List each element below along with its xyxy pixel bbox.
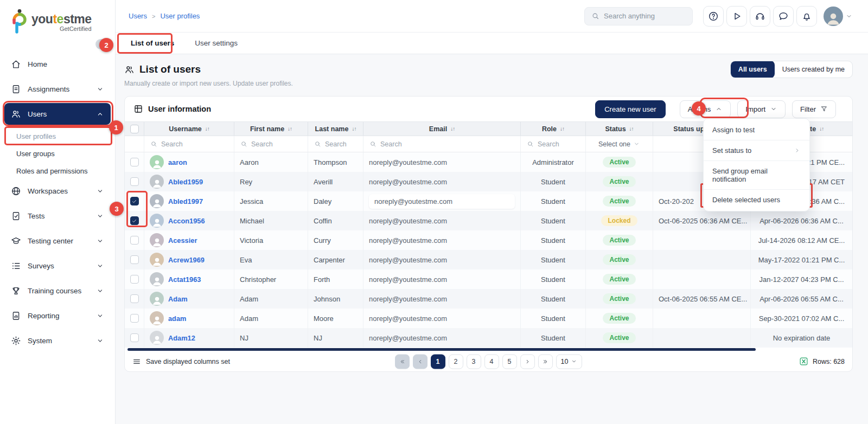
filter-button[interactable]: Filter: [792, 100, 836, 118]
row-checkbox[interactable]: [130, 314, 139, 323]
tab-user-settings[interactable]: User settings: [195, 39, 238, 47]
horizontal-scrollbar-thumb[interactable]: [127, 348, 756, 351]
row-checkbox[interactable]: [130, 333, 139, 342]
username-link[interactable]: Acrew1969: [168, 256, 205, 264]
username-cell: Actat1963: [144, 269, 234, 289]
column-header-first_name[interactable]: First name↓↑: [234, 122, 308, 136]
sidebar-item-system[interactable]: System: [4, 330, 111, 351]
sidebar-item-testing-center[interactable]: Testing center: [4, 230, 111, 252]
next-page-button[interactable]: [520, 354, 535, 369]
chat-button[interactable]: [773, 6, 794, 27]
notifications-button[interactable]: [796, 6, 817, 27]
filter-last_name-input[interactable]: [325, 140, 357, 148]
username-link[interactable]: aaron: [168, 158, 187, 166]
dropdown-item-send-group-email-notification[interactable]: Send group email notification: [704, 160, 809, 189]
dropdown-item-label: Delete selected users: [712, 196, 780, 204]
filter-first_name: [234, 136, 308, 152]
first-page-button[interactable]: [395, 354, 410, 369]
row-checkbox[interactable]: [130, 275, 139, 284]
email-cell: noreply@youtestme.com: [363, 309, 521, 328]
column-label: Username: [169, 125, 201, 133]
username-link[interactable]: Abled1959: [168, 178, 203, 186]
last-page-button[interactable]: [538, 354, 553, 369]
column-header-status[interactable]: Status↓↑: [586, 122, 653, 136]
username-link[interactable]: Accon1956: [168, 217, 205, 225]
filter-status-label: Select one: [598, 140, 630, 148]
profile-menu[interactable]: [824, 7, 853, 26]
page-button-1[interactable]: 1: [431, 354, 445, 369]
sidebar-item-users[interactable]: Users: [4, 103, 111, 125]
sidebar-subitem-user-groups[interactable]: User groups: [4, 145, 111, 162]
sidebar-item-surveys[interactable]: Surveys: [4, 255, 111, 277]
previous-page-button[interactable]: [413, 354, 427, 369]
row-checkbox[interactable]: [130, 158, 139, 166]
actions-dropdown-menu: Assign to testSet status toSend group em…: [703, 118, 810, 211]
sidebar-item-training-courses[interactable]: Training courses: [4, 280, 111, 301]
sidebar-item-tests[interactable]: Tests: [4, 205, 111, 227]
page-button-4[interactable]: 4: [484, 354, 499, 369]
filter-email-input[interactable]: [380, 140, 514, 148]
scope-option-all-users[interactable]: All users: [731, 61, 775, 78]
create-new-user-button[interactable]: Create new user: [595, 100, 665, 118]
breadcrumb-users[interactable]: Users: [129, 12, 147, 20]
page-button-2[interactable]: 2: [449, 354, 463, 369]
row-checkbox[interactable]: [130, 236, 139, 245]
save-columns-button[interactable]: Save displayed columns set: [132, 357, 230, 366]
username-link[interactable]: adam: [168, 314, 186, 323]
card-title: User information: [133, 104, 211, 114]
column-header-last_name[interactable]: Last name↓↑: [308, 122, 363, 136]
email-cell: noreply@youtestme.com: [363, 152, 521, 172]
username-link[interactable]: Abled1997: [168, 197, 203, 205]
status-cell: Locked: [586, 211, 653, 230]
filter-first_name-input[interactable]: [251, 140, 302, 148]
scope-option-users-created-by-me[interactable]: Users created by me: [775, 61, 852, 78]
sidebar-subitem-roles-and-permissions[interactable]: Roles and permissions: [4, 163, 111, 179]
dropdown-item-set-status-to[interactable]: Set status to: [704, 140, 809, 160]
filter-role-input[interactable]: [538, 140, 579, 148]
sidebar-item-reporting[interactable]: Reporting: [4, 305, 111, 326]
excel-export-icon[interactable]: [799, 357, 808, 366]
row-checkbox[interactable]: [130, 177, 139, 186]
page-button-3[interactable]: 3: [467, 354, 481, 369]
tutorial-button[interactable]: [726, 6, 747, 27]
sidebar-item-workspaces[interactable]: Workspaces: [4, 180, 111, 202]
status-cell: Active: [586, 152, 653, 172]
page-button-5[interactable]: 5: [502, 354, 517, 369]
global-search[interactable]: [584, 7, 693, 25]
email-edit-field[interactable]: noreply@youtestme.com: [369, 194, 515, 209]
tab-list-of-users[interactable]: List of users: [131, 39, 174, 47]
row-select-cell: [125, 191, 144, 211]
sidebar-item-assignments[interactable]: Assignments: [4, 78, 111, 100]
username-link[interactable]: Actat1963: [168, 275, 201, 284]
breadcrumb-user-profiles[interactable]: User profiles: [160, 12, 200, 20]
row-checkbox[interactable]: [130, 294, 139, 303]
filter-username-input[interactable]: [161, 140, 228, 148]
sidebar-collapse-toggle[interactable]: [95, 39, 112, 49]
dropdown-item-assign-to-test[interactable]: Assign to test: [704, 120, 809, 140]
column-header-email[interactable]: Email↓↑: [363, 122, 521, 136]
column-header-username[interactable]: Username↓↑: [144, 122, 234, 136]
status-updated-cell: Oct-06-2025 06:36 AM CE...: [653, 211, 751, 230]
row-checkbox[interactable]: [130, 216, 139, 225]
check-icon: [131, 198, 137, 204]
filter-status-select[interactable]: Select one: [586, 136, 653, 152]
help-button[interactable]: [703, 6, 724, 27]
column-label: First name: [250, 125, 284, 133]
username-link[interactable]: Adam: [168, 295, 188, 303]
username-link[interactable]: Adam12: [168, 334, 195, 342]
row-checkbox[interactable]: [130, 197, 139, 205]
page-size-select[interactable]: 10: [556, 354, 583, 369]
sidebar-subitem-user-profiles[interactable]: User profiles: [4, 128, 111, 144]
sort-icon: ↓↑: [205, 126, 209, 132]
dropdown-item-delete-selected-users[interactable]: Delete selected users: [704, 189, 809, 210]
last-name-cell: Thompson: [308, 152, 363, 172]
username-link[interactable]: Acessier: [168, 236, 197, 245]
actions-button[interactable]: Actions: [680, 100, 731, 118]
support-button[interactable]: [750, 6, 770, 27]
column-header-role[interactable]: Role↓↑: [521, 122, 586, 136]
search-input[interactable]: [604, 12, 680, 20]
select-all-checkbox[interactable]: [130, 125, 139, 133]
import-button[interactable]: Import: [737, 100, 786, 118]
row-checkbox[interactable]: [130, 255, 139, 264]
sidebar-item-home[interactable]: Home: [4, 53, 111, 75]
